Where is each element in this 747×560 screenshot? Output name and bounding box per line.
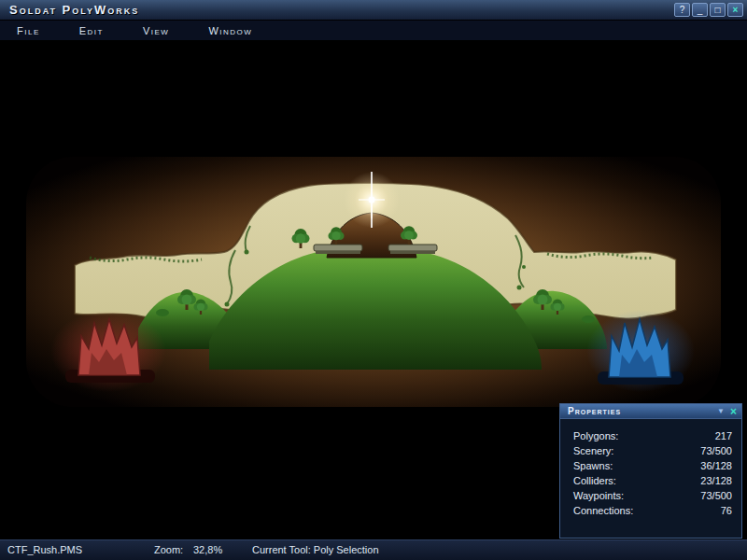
prop-row-spawns: Spawns: 36/128 — [573, 458, 732, 473]
prop-label: Connections: — [573, 505, 633, 516]
maximize-button[interactable]: □ — [710, 3, 726, 17]
prop-value: 73/500 — [700, 490, 732, 501]
properties-panel-body: Polygons: 217 Scenery: 73/500 Spawns: 36… — [560, 419, 741, 518]
menu-view[interactable]: View — [143, 25, 169, 36]
prop-row-scenery: Scenery: 73/500 — [573, 443, 732, 458]
prop-value: 76 — [721, 505, 732, 516]
menubar: File Edit View Window — [0, 21, 747, 41]
status-zoom-label: Zoom: — [154, 544, 183, 555]
prop-label: Polygons: — [573, 430, 618, 441]
prop-row-polygons: Polygons: 217 — [573, 428, 732, 443]
panel-close-icon[interactable]: × — [730, 406, 737, 417]
light-source — [344, 172, 400, 228]
prop-value: 23/128 — [700, 475, 732, 486]
prop-value: 36/128 — [700, 460, 732, 471]
prop-row-connections: Connections: 76 — [573, 503, 732, 518]
prop-row-colliders: Colliders: 23/128 — [573, 473, 732, 488]
properties-panel-title: Properties — [568, 406, 621, 416]
help-button[interactable]: ? — [674, 3, 690, 17]
prop-row-waypoints: Waypoints: 73/500 — [573, 488, 732, 503]
red-base — [50, 310, 166, 392]
prop-label: Waypoints: — [573, 490, 624, 501]
status-bar: CTF_Rush.PMS Zoom: 32,8% Current Tool: P… — [0, 539, 747, 560]
menu-window[interactable]: Window — [208, 25, 252, 36]
prop-value: 217 — [715, 430, 732, 441]
window-controls: ? _ □ × — [674, 3, 743, 17]
app-window: Soldat PolyWorks ? _ □ × File Edit View … — [0, 0, 747, 560]
blue-base — [586, 310, 695, 392]
properties-panel-controls: ▼ × — [717, 406, 737, 417]
panel-collapse-icon[interactable]: ▼ — [717, 407, 725, 415]
map-canvas[interactable]: Properties ▼ × Polygons: 217 Scenery: 73… — [0, 41, 747, 539]
menu-edit[interactable]: Edit — [79, 25, 104, 36]
titlebar[interactable]: Soldat PolyWorks ? _ □ × — [0, 0, 747, 21]
prop-label: Scenery: — [573, 445, 613, 456]
prop-label: Colliders: — [573, 475, 616, 486]
prop-value: 73/500 — [700, 445, 732, 456]
menu-file[interactable]: File — [17, 25, 40, 36]
prop-label: Spawns: — [573, 460, 613, 471]
stone-ledge-left — [314, 245, 362, 254]
properties-panel-titlebar[interactable]: Properties ▼ × — [560, 404, 741, 419]
stone-ledge-right — [388, 245, 437, 254]
window-title: Soldat PolyWorks — [4, 3, 139, 17]
status-zoom-value: 32,8% — [193, 544, 222, 555]
close-button[interactable]: × — [727, 3, 743, 17]
status-current-tool: Current Tool: Poly Selection — [252, 544, 379, 555]
status-filename: CTF_Rush.PMS — [7, 544, 82, 555]
minimize-button[interactable]: _ — [692, 3, 708, 17]
properties-panel: Properties ▼ × Polygons: 217 Scenery: 73… — [559, 403, 742, 539]
